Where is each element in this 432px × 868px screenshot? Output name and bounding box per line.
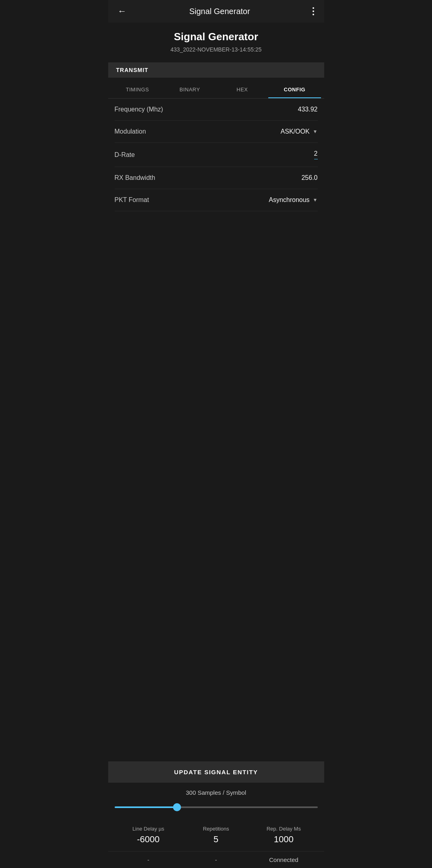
pktformat-label: PKT Format: [115, 196, 149, 204]
status-row: - - Connected: [108, 851, 324, 868]
status-1: -: [115, 856, 182, 863]
app-bar-title: Signal Generator: [189, 7, 250, 16]
pktformat-value: Asynchronous: [269, 196, 309, 204]
repetitions-label: Repetitions: [182, 826, 250, 832]
drate-label: D-Rate: [115, 151, 135, 159]
modulation-row: Modulation ASK/OOK ▼: [115, 121, 318, 143]
transmit-tab[interactable]: TRANSMIT: [108, 62, 324, 78]
stats-row: Line Delay µs -6000 Repetitions 5 Rep. D…: [108, 823, 324, 851]
frequency-label: Frequency (Mhz): [115, 106, 163, 113]
drate-row: D-Rate 2: [115, 143, 318, 167]
modulation-dropdown[interactable]: ASK/OOK ▼: [281, 128, 318, 135]
line-delay-stat: Line Delay µs -6000: [115, 826, 182, 845]
tab-hex[interactable]: HEX: [216, 81, 268, 98]
status-2: -: [182, 856, 250, 863]
status-connected: Connected: [250, 856, 317, 863]
repetitions-value: 5: [182, 834, 250, 845]
slider-container: [115, 801, 318, 816]
samples-label: 300 Samples / Symbol: [115, 789, 318, 796]
line-delay-label: Line Delay µs: [115, 826, 182, 832]
samples-section: 300 Samples / Symbol: [108, 783, 324, 823]
tab-config[interactable]: CONFIG: [268, 81, 321, 98]
main-content: Signal Generator 433_2022-NOVEMBER-13-14…: [108, 23, 324, 868]
rxbandwidth-label: RX Bandwidth: [115, 174, 155, 181]
rxbandwidth-value[interactable]: 256.0: [301, 174, 317, 181]
pktformat-row: PKT Format Asynchronous ▼: [115, 189, 318, 211]
transmit-tab-label: TRANSMIT: [116, 67, 148, 73]
line-delay-value: -6000: [115, 834, 182, 845]
modulation-value: ASK/OOK: [281, 128, 310, 135]
rxbandwidth-row: RX Bandwidth 256.0: [115, 167, 318, 189]
drate-value[interactable]: 2: [314, 150, 318, 159]
frequency-row: Frequency (Mhz) 433.92: [115, 99, 318, 121]
update-signal-button[interactable]: UPDATE SIGNAL ENTITY: [108, 761, 324, 783]
rep-delay-stat: Rep. Delay Ms 1000: [250, 826, 317, 845]
signal-header: Signal Generator 433_2022-NOVEMBER-13-14…: [108, 23, 324, 62]
back-arrow-icon: ←: [118, 7, 127, 16]
signal-generator-title: Signal Generator: [115, 31, 318, 43]
app-bar: ← Signal Generator: [108, 0, 324, 23]
tab-timings[interactable]: TIMINGS: [111, 81, 164, 98]
rep-delay-label: Rep. Delay Ms: [250, 826, 317, 832]
pktformat-arrow-icon: ▼: [313, 197, 318, 203]
signal-generator-subtitle: 433_2022-NOVEMBER-13-14:55:25: [115, 46, 318, 53]
modulation-arrow-icon: ▼: [313, 129, 318, 134]
config-form: Frequency (Mhz) 433.92 Modulation ASK/OO…: [108, 99, 324, 487]
tab-binary[interactable]: BINARY: [164, 81, 216, 98]
modulation-label: Modulation: [115, 128, 146, 135]
repetitions-stat: Repetitions 5: [182, 826, 250, 845]
tab-navigation: TIMINGS BINARY HEX CONFIG: [108, 81, 324, 99]
rep-delay-value: 1000: [250, 834, 317, 845]
frequency-value[interactable]: 433.92: [298, 106, 318, 113]
samples-slider[interactable]: [115, 806, 318, 808]
three-dots-icon: [313, 7, 314, 15]
back-button[interactable]: ←: [115, 4, 130, 19]
menu-button[interactable]: [309, 4, 317, 19]
pktformat-dropdown[interactable]: Asynchronous ▼: [269, 196, 317, 204]
